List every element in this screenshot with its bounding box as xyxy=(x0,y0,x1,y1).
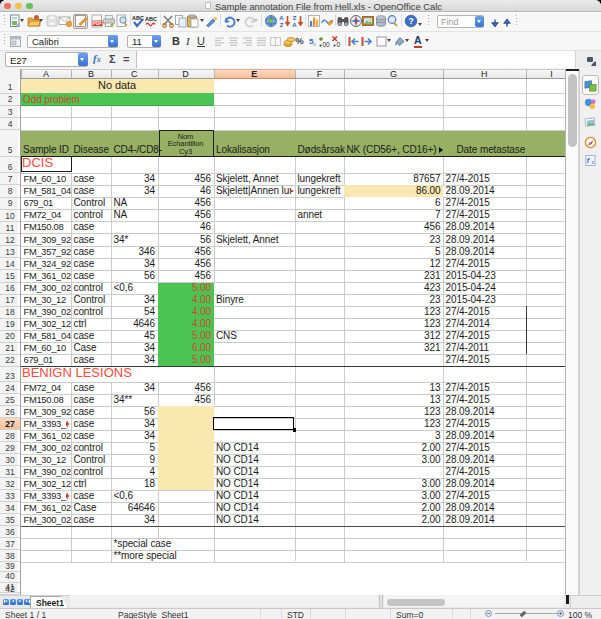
svg-text:?: ? xyxy=(408,16,413,26)
svg-text:0: 0 xyxy=(337,41,341,48)
svg-text:A: A xyxy=(279,15,284,21)
svg-text:x: x xyxy=(591,159,594,165)
svg-text:Z: Z xyxy=(293,15,297,21)
svg-text:Z: Z xyxy=(280,22,284,28)
svg-text:x: x xyxy=(313,41,316,47)
svg-text:00: 00 xyxy=(323,41,331,48)
svg-text:PDF: PDF xyxy=(93,21,102,26)
svg-text:A: A xyxy=(292,22,297,28)
svg-text:ABC: ABC xyxy=(145,16,157,22)
